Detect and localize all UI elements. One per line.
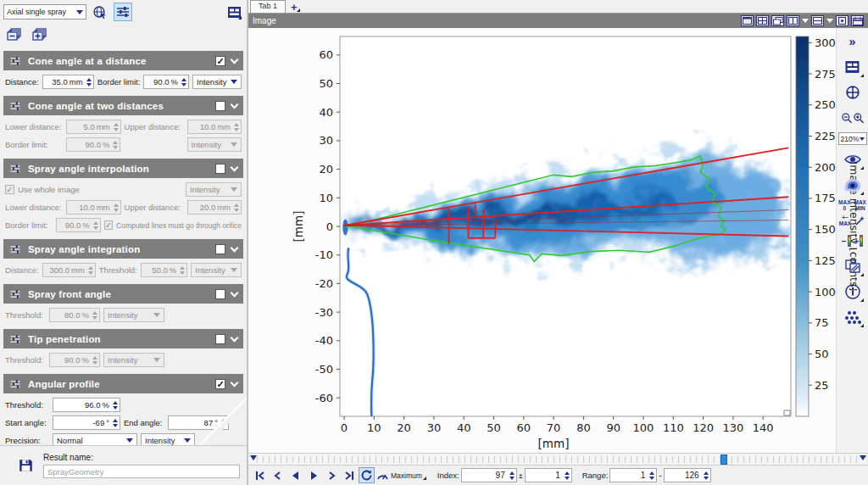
intensity-select: Intensity (103, 353, 164, 367)
spray-plot: 0102030405060708090100110120130140 60504… (272, 30, 857, 458)
panel-header-spray-angle-interpolation[interactable]: Spray angle interpolation (3, 159, 243, 178)
chevron-down-icon[interactable] (802, 19, 809, 23)
chevron-down-icon[interactable] (231, 100, 239, 109)
svg-text:-50: -50 (315, 363, 333, 376)
panel-header-spray-front-angle[interactable]: Spray front angle (3, 284, 243, 304)
loop-button[interactable] (359, 467, 375, 483)
add-tab-button[interactable]: + (287, 3, 301, 13)
parameters-button[interactable] (114, 3, 132, 21)
range-from-spinner[interactable]: 1 (609, 468, 657, 482)
sidebar-layout-button[interactable] (225, 3, 243, 21)
panel-enable-checkbox[interactable] (215, 101, 225, 111)
collapse-all-button[interactable] (5, 25, 24, 44)
chevron-down-icon[interactable] (231, 163, 239, 171)
colormap-button[interactable] (841, 174, 865, 196)
first-frame-button[interactable] (252, 467, 268, 483)
spinner-arrows-icon[interactable] (111, 399, 120, 411)
svg-text:-30: -30 (315, 306, 333, 319)
zoom-out-icon[interactable] (841, 112, 853, 124)
play-speed-button[interactable]: Maximum (376, 470, 427, 481)
zoom-in-icon[interactable] (853, 112, 865, 124)
table-icon[interactable] (851, 15, 864, 26)
field-label: Distance: (5, 265, 39, 275)
panel-header-spray-angle-integration[interactable]: Spray angle integration (3, 239, 243, 259)
frame-slider[interactable] (248, 453, 868, 465)
split-columns-icon[interactable] (787, 15, 799, 26)
range-to-spinner[interactable]: 126 (664, 468, 711, 482)
resize-grip-icon[interactable] (784, 410, 790, 415)
scope-button[interactable] (91, 3, 109, 21)
chevron-down-icon[interactable] (231, 378, 239, 387)
panel-header-cone-angle-distance[interactable]: Cone angle at a distance ✓ (3, 51, 243, 70)
chevron-down-icon[interactable] (231, 55, 239, 64)
panel-enable-checkbox[interactable] (215, 164, 225, 174)
center-marker-icon[interactable] (836, 15, 849, 26)
visibility-button[interactable] (841, 148, 865, 170)
slider-handle[interactable] (721, 454, 727, 465)
intensity-select[interactable]: Intensity (141, 433, 195, 445)
counts-decrease-button[interactable]: − (842, 235, 851, 247)
start-angle-spinner[interactable]: -69° (53, 415, 120, 430)
prev-frame-button[interactable] (287, 467, 303, 483)
panel-enable-checkbox[interactable]: ✓ (215, 56, 225, 66)
last-frame-button[interactable] (341, 467, 357, 483)
fullscreen-icon[interactable] (741, 15, 754, 26)
distance-spinner[interactable]: 35.0 mm (42, 75, 94, 89)
panel-enable-checkbox[interactable] (215, 289, 225, 299)
panel-body: Threshold: 90.0% Intensity (3, 348, 243, 372)
counts-increase-button[interactable]: + (854, 235, 864, 247)
checkbox-label: Use whole image (18, 185, 80, 194)
window-layout-button[interactable] (841, 56, 865, 78)
pan-button[interactable] (841, 81, 865, 103)
sliders-icon (8, 163, 22, 175)
svg-text:80: 80 (576, 421, 591, 434)
chevron-down-icon[interactable] (826, 19, 833, 23)
expand-all-button[interactable] (31, 25, 49, 44)
spinner-arrows-icon[interactable] (180, 75, 188, 88)
svg-text:40: 40 (319, 106, 333, 119)
panel-enable-checkbox[interactable] (215, 244, 225, 254)
tab-1[interactable]: Tab 1 (250, 0, 286, 13)
panel-enable-checkbox[interactable] (215, 334, 225, 344)
step-spinner[interactable]: 1 (525, 468, 572, 482)
tile-windows-icon[interactable] (756, 15, 769, 26)
threshold-spinner: 90.0% (49, 353, 100, 367)
particles-button[interactable] (841, 306, 865, 328)
image-view[interactable]: 0102030405060708090100110120130140 60504… (248, 28, 836, 453)
expand-panel-button[interactable]: » (841, 31, 865, 53)
spinner-arrows-icon[interactable] (111, 416, 120, 429)
border-limit-spinner[interactable]: 90.0 % (143, 75, 189, 89)
spinner-arrows-icon[interactable] (563, 469, 571, 482)
index-spinner[interactable]: 97 (461, 468, 517, 482)
spinner-arrows-icon[interactable] (648, 469, 656, 482)
checkbox-label: Computed lines must go through orifice (116, 221, 242, 230)
next-frame-button[interactable] (305, 467, 321, 483)
fast-prev-button[interactable] (270, 467, 286, 483)
panel-body: Distance: 35.0 mm Border limit: 90.0 % I… (3, 70, 243, 94)
spray-mode-select[interactable]: Axial single spray (3, 4, 86, 20)
info-button[interactable] (841, 281, 865, 303)
precision-select[interactable]: Normal (53, 433, 137, 445)
fast-next-button[interactable] (323, 467, 339, 483)
svg-text:140: 140 (753, 421, 774, 434)
result-name-input[interactable] (43, 465, 240, 478)
chevron-down-icon[interactable] (231, 288, 239, 297)
range-end-marker-icon[interactable] (860, 455, 866, 460)
spinner-arrows-icon[interactable] (85, 75, 93, 88)
range-start-marker-icon[interactable] (250, 455, 257, 460)
panel-enable-checkbox[interactable]: ✓ (215, 379, 225, 389)
panel-header-angular-profile[interactable]: Angular profile ✓ (3, 374, 243, 393)
save-icon (19, 454, 33, 477)
chevron-down-icon[interactable] (231, 333, 239, 342)
mask-button[interactable] (841, 255, 865, 277)
threshold-spinner[interactable]: 96.0% (53, 398, 120, 412)
chevron-down-icon[interactable] (231, 243, 239, 252)
panel-header-cone-angle-two-distances[interactable]: Cone angle at two distances (3, 96, 243, 115)
index-label: Index: (437, 471, 459, 480)
spinner-arrows-icon[interactable] (702, 469, 710, 482)
split-rows-icon[interactable] (811, 15, 824, 26)
panel-header-tip-penetration[interactable]: Tip penetration (3, 329, 243, 348)
cascade-windows-icon[interactable] (771, 15, 784, 26)
spinner-arrows-icon[interactable] (508, 469, 516, 482)
intensity-select[interactable]: Intensity (192, 75, 242, 89)
